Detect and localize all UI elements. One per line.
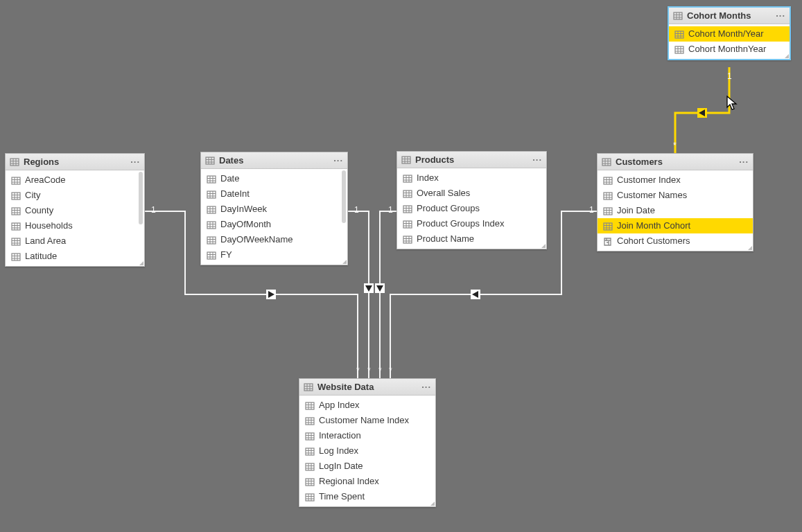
field-regions-1[interactable]: City bbox=[6, 188, 144, 203]
field-dates-5[interactable]: FY bbox=[201, 247, 347, 263]
table-icon bbox=[602, 158, 611, 166]
field-label: Product Name bbox=[417, 233, 474, 245]
resize-handle[interactable] bbox=[748, 246, 752, 250]
svg-rect-139 bbox=[306, 418, 314, 425]
field-label: Time Spent bbox=[319, 490, 365, 503]
table-header[interactable]: Products··· bbox=[397, 152, 546, 168]
field-dates-4[interactable]: DayOfWeekName bbox=[201, 232, 347, 247]
field-customers-1[interactable]: Customer Names bbox=[598, 188, 753, 203]
field-label: City bbox=[25, 189, 40, 202]
field-websiteData-4[interactable]: LogIn Date bbox=[299, 459, 435, 474]
table-regions[interactable]: Regions···AreaCodeCityCountyHouseholdsLa… bbox=[5, 153, 145, 267]
resize-handle[interactable] bbox=[430, 502, 435, 506]
mouse-cursor-icon bbox=[726, 96, 738, 111]
svg-rect-154 bbox=[306, 463, 314, 470]
field-label: AreaCode bbox=[25, 174, 66, 186]
svg-rect-34 bbox=[12, 254, 20, 260]
field-websiteData-1[interactable]: Customer Name Index bbox=[299, 413, 435, 428]
field-cohortMonths-1[interactable]: Cohort MonthnYear bbox=[669, 42, 790, 57]
field-label: DateInt bbox=[220, 188, 250, 200]
table-header[interactable]: Regions··· bbox=[6, 154, 144, 170]
svg-rect-89 bbox=[403, 206, 412, 213]
column-icon bbox=[603, 206, 613, 215]
field-products-2[interactable]: Product Groups bbox=[397, 201, 546, 216]
scrollbar[interactable] bbox=[342, 170, 346, 223]
svg-rect-49 bbox=[207, 191, 216, 198]
rel-products-one: 1 bbox=[388, 205, 393, 215]
field-products-1[interactable]: Overall Sales bbox=[397, 186, 546, 201]
svg-rect-114 bbox=[604, 193, 612, 200]
table-products[interactable]: Products···IndexOverall SalesProduct Gro… bbox=[396, 151, 547, 249]
field-regions-0[interactable]: AreaCode bbox=[6, 172, 144, 188]
svg-rect-134 bbox=[306, 402, 314, 409]
column-icon bbox=[403, 220, 412, 228]
field-websiteData-0[interactable]: App Index bbox=[299, 398, 435, 413]
field-dates-0[interactable]: Date bbox=[201, 171, 347, 186]
column-icon bbox=[11, 252, 21, 260]
field-products-0[interactable]: Index bbox=[397, 170, 546, 186]
table-body: IndexOverall SalesProduct GroupsProduct … bbox=[397, 168, 546, 249]
table-body: AreaCodeCityCountyHouseholdsLand AreaLat… bbox=[6, 170, 144, 266]
table-menu-icon[interactable]: ··· bbox=[421, 382, 431, 392]
table-menu-icon[interactable]: ··· bbox=[130, 157, 140, 167]
resize-handle[interactable] bbox=[785, 54, 789, 58]
rel-website-star1: * bbox=[356, 366, 360, 375]
table-menu-icon[interactable]: ··· bbox=[739, 157, 749, 167]
field-label: Cohort Month/Year bbox=[688, 28, 764, 40]
table-menu-icon[interactable]: ··· bbox=[532, 154, 542, 165]
field-label: Latitude bbox=[25, 250, 57, 263]
field-customers-2[interactable]: Join Date bbox=[598, 203, 753, 218]
table-cohortMonths[interactable]: Cohort Months···Cohort Month/YearCohort … bbox=[668, 6, 791, 60]
table-header[interactable]: Cohort Months··· bbox=[669, 8, 790, 24]
svg-rect-4 bbox=[10, 159, 19, 166]
svg-rect-104 bbox=[602, 159, 611, 166]
field-label: Join Month Cohort bbox=[617, 220, 690, 232]
field-label: Log Index bbox=[319, 445, 358, 457]
table-menu-icon[interactable]: ··· bbox=[333, 155, 343, 166]
field-regions-5[interactable]: Latitude bbox=[6, 249, 144, 264]
field-products-4[interactable]: Product Name bbox=[397, 231, 546, 247]
field-products-3[interactable]: Product Groups Index bbox=[397, 216, 546, 231]
field-websiteData-3[interactable]: Log Index bbox=[299, 443, 435, 459]
table-customers[interactable]: Customers···Customer IndexCustomer Names… bbox=[597, 153, 753, 251]
table-menu-icon[interactable]: ··· bbox=[776, 10, 785, 21]
resize-handle[interactable] bbox=[139, 261, 143, 265]
resize-handle[interactable] bbox=[541, 244, 546, 248]
resize-handle[interactable] bbox=[342, 260, 347, 264]
field-label: DayInWeek bbox=[220, 203, 267, 215]
field-customers-4[interactable]: Cohort Customers bbox=[598, 233, 753, 249]
field-regions-4[interactable]: Land Area bbox=[6, 233, 144, 249]
rel-customers-star: * bbox=[673, 141, 677, 150]
table-title: Dates bbox=[219, 155, 329, 166]
table-header[interactable]: Customers··· bbox=[598, 154, 753, 170]
field-websiteData-5[interactable]: Regional Index bbox=[299, 474, 435, 489]
svg-rect-39 bbox=[206, 157, 214, 164]
column-icon bbox=[674, 45, 684, 53]
field-dates-3[interactable]: DayOfMonth bbox=[201, 217, 347, 232]
svg-rect-164 bbox=[306, 494, 314, 501]
field-cohortMonths-0[interactable]: Cohort Month/Year bbox=[669, 26, 790, 42]
column-icon bbox=[305, 477, 315, 486]
table-header[interactable]: Website Data··· bbox=[299, 379, 435, 396]
field-regions-3[interactable]: Households bbox=[6, 218, 144, 233]
rel-customers-one: 1 bbox=[589, 205, 594, 215]
svg-rect-149 bbox=[306, 448, 314, 455]
field-customers-3[interactable]: Join Month Cohort bbox=[598, 218, 753, 233]
svg-rect-24 bbox=[12, 223, 20, 230]
field-customers-0[interactable]: Customer Index bbox=[598, 172, 753, 188]
field-label: DayOfWeekName bbox=[220, 233, 293, 246]
scrollbar[interactable] bbox=[139, 172, 143, 224]
svg-rect-109 bbox=[604, 177, 612, 184]
field-websiteData-2[interactable]: Interaction bbox=[299, 428, 435, 443]
field-dates-1[interactable]: DateInt bbox=[201, 186, 347, 202]
table-icon bbox=[401, 156, 411, 164]
table-header[interactable]: Dates··· bbox=[201, 152, 347, 169]
column-icon bbox=[603, 176, 613, 184]
field-label: Land Area bbox=[25, 235, 66, 247]
field-websiteData-6[interactable]: Time Spent bbox=[299, 489, 435, 504]
svg-rect-94 bbox=[403, 221, 412, 228]
table-dates[interactable]: Dates···DateDateIntDayInWeekDayOfMonthDa… bbox=[200, 152, 348, 265]
table-websiteData[interactable]: Website Data···App IndexCustomer Name In… bbox=[299, 378, 436, 507]
field-regions-2[interactable]: County bbox=[6, 203, 144, 218]
field-dates-2[interactable]: DayInWeek bbox=[201, 202, 347, 217]
